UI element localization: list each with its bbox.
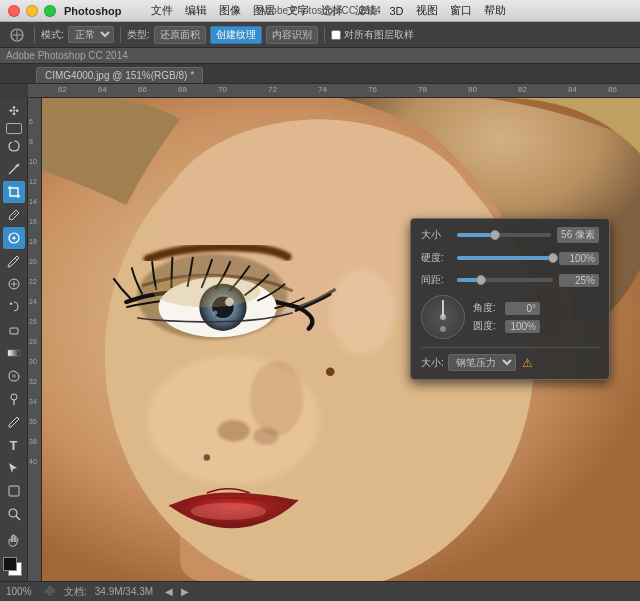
hardness-value: 100% [559,252,599,265]
menu-image[interactable]: 图像 [219,3,241,18]
horizontal-ruler: 62 64 66 68 70 72 74 76 78 80 82 84 86 [28,84,640,98]
nav-next[interactable]: ▶ [181,586,189,597]
svg-point-29 [204,454,210,460]
minimize-button[interactable] [26,5,38,17]
eyedropper-tool[interactable] [3,204,25,226]
marquee-tool[interactable] [6,123,22,134]
roundness-field-value[interactable]: 100% [505,320,540,333]
dodge-tool[interactable] [3,388,25,410]
eraser-tool[interactable] [3,319,25,341]
path-select-tool[interactable] [3,457,25,479]
angle-indicator [442,300,444,316]
all-layers-checkbox[interactable] [331,30,341,40]
pen-tool[interactable] [3,411,25,433]
document-tab[interactable]: CIMG4000.jpg @ 151%(RGB/8) * [36,67,203,83]
ruler-mark-62: 62 [58,85,67,94]
svg-line-7 [14,213,16,215]
traffic-lights [8,5,56,17]
gradient-tool[interactable] [3,342,25,364]
hardness-slider-thumb[interactable] [548,253,558,263]
pressure-select[interactable]: 钢笔压力 [448,354,516,371]
create-texture-btn[interactable]: 创建纹理 [210,26,262,44]
hardness-slider-track[interactable] [457,256,553,260]
move-tool[interactable]: ✣ [3,100,25,122]
warning-icon: ⚠ [522,356,533,370]
clone-stamp-tool[interactable] [3,273,25,295]
size-slider-thumb[interactable] [490,230,500,240]
svg-point-40 [330,270,394,356]
healing-brush-tool[interactable] [3,227,25,249]
fg-color-swatch[interactable] [3,557,17,571]
ruler-mark-76: 76 [368,85,377,94]
hardness-slider-fill [457,256,553,260]
menu-edit[interactable]: 编辑 [185,3,207,18]
angle-wheel-center [440,314,446,320]
angle-wheel[interactable] [421,295,465,339]
ruler-mark-72: 72 [268,85,277,94]
all-layers-label[interactable]: 对所有图层取样 [331,28,414,42]
color-swatches[interactable] [3,557,25,579]
tab-bar: CIMG4000.jpg @ 151%(RGB/8) * [0,64,640,84]
menu-file[interactable]: 文件 [151,3,173,18]
crop-tool[interactable] [3,181,25,203]
svg-point-36 [153,275,260,307]
angle-field-label: 角度: [473,301,501,315]
ruler-mark-80: 80 [468,85,477,94]
ruler-mark-82: 82 [518,85,527,94]
menu-help[interactable]: 帮助 [484,3,506,18]
size-value: 56 像素 [557,227,599,243]
mode-select[interactable]: 正常 [68,26,114,43]
brush-size-row: 大小 56 像素 [421,227,599,243]
size-slider-track[interactable] [457,233,551,237]
spacing-slider-track[interactable] [457,278,553,282]
nav-prev[interactable]: ◀ [165,586,173,597]
svg-rect-19 [9,486,19,496]
lasso-tool[interactable] [3,135,25,157]
menu-3d[interactable]: 3D [389,5,403,17]
svg-point-27 [250,361,304,436]
type-label: 类型: [127,28,150,42]
close-button[interactable] [8,5,20,17]
ruler-mark-66: 66 [138,85,147,94]
ruler-mark-74: 74 [318,85,327,94]
restore-area-btn[interactable]: 还原面积 [154,26,206,44]
menu-window[interactable]: 窗口 [450,3,472,18]
workspace: ✣ [0,98,640,581]
options-toolbar: 模式: 正常 类型: 还原面积 创建纹理 内容识别 对所有图层取样 [0,22,640,48]
ruler-mark-78: 78 [418,85,427,94]
content-aware-btn[interactable]: 内容识别 [266,26,318,44]
svg-point-9 [12,237,15,240]
vertical-ruler: 6 8 10 12 14 16 18 20 22 24 26 28 30 32 … [28,98,42,581]
angle-bottom-handle[interactable] [440,326,446,332]
doc-size: 34.9M/34.3M [95,586,153,597]
header-info-bar: Adobe Photoshop CC 2014 [0,48,640,64]
angle-field-value[interactable]: 0° [505,302,540,315]
zoom-tool[interactable] [3,503,25,525]
ruler-mark-86: 86 [608,85,617,94]
mode-label: 模式: [41,28,64,42]
canvas-container[interactable]: 6 8 10 12 14 16 18 20 22 24 26 28 30 32 … [28,98,640,581]
ruler-mark-64: 64 [98,85,107,94]
menu-view[interactable]: 视图 [416,3,438,18]
angle-field-row: 角度: 0° [473,301,540,315]
separator3 [324,27,325,43]
maximize-button[interactable] [44,5,56,17]
wand-tool[interactable] [3,158,25,180]
brush-tool[interactable] [3,250,25,272]
spacing-slider-thumb[interactable] [476,275,486,285]
svg-line-3 [9,166,17,174]
brush-settings-panel: 大小 56 像素 硬度: 100% [410,218,610,380]
spacing-label: 间距: [421,273,451,287]
shape-tool[interactable] [3,480,25,502]
type-tool[interactable]: T [3,434,25,456]
history-brush-tool[interactable] [3,296,25,318]
hand-tool[interactable] [3,530,25,552]
zoom-icon [44,585,56,599]
svg-point-17 [11,394,17,400]
left-toolbar: ✣ [0,98,28,581]
canvas-image[interactable]: 大小 56 像素 硬度: 100% [42,98,640,581]
app-title: Adobe Photoshop CC 2014 [259,5,381,16]
svg-rect-14 [10,328,18,334]
zoom-value: 100% [6,586,36,597]
blur-tool[interactable] [3,365,25,387]
